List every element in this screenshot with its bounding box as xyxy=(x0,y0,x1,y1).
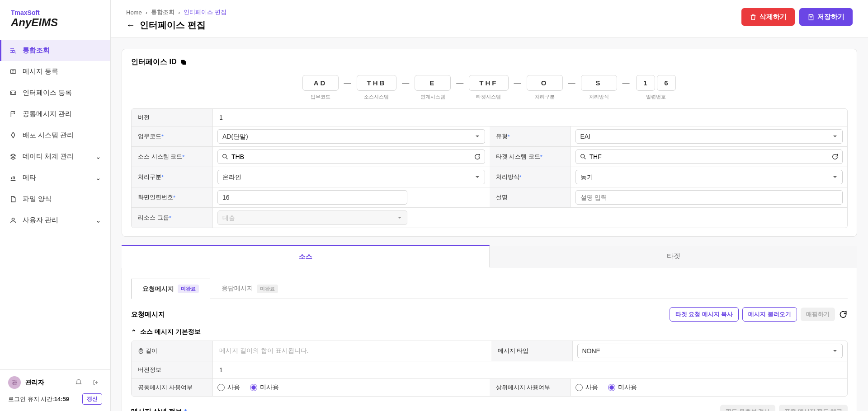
crumb-current: 인터페이스 편집 xyxy=(184,8,226,16)
id-segments: AD업무코드—THB소스시스템—E연계시스템—THF타겟시스템—O처리구분—S처… xyxy=(131,75,848,100)
refresh-icon[interactable] xyxy=(831,153,839,160)
sidebar-item-message[interactable]: 메시지 등록 xyxy=(0,61,110,82)
interface-icon xyxy=(9,89,17,97)
subtabs: 요청메시지 미완료 응답메시지 미완료 xyxy=(131,278,848,299)
flag-icon xyxy=(9,110,17,118)
desc-label: 설명 xyxy=(490,187,571,207)
upper-nouse-radio[interactable]: 미사용 xyxy=(608,383,637,392)
method-select[interactable]: 동기 xyxy=(576,170,843,184)
src-label: 소스 시스템 코드 xyxy=(132,147,213,167)
session-label: 로그인 유지 시간: xyxy=(8,395,54,403)
chevron-down-icon: ⌄ xyxy=(95,216,101,224)
logout-icon[interactable] xyxy=(90,376,102,389)
len-label: 총 길이 xyxy=(132,341,213,361)
sidebar-item-list-search[interactable]: 통합조회 xyxy=(0,40,110,61)
biz-label: 업무코드 xyxy=(132,126,213,146)
crumb-home[interactable]: Home xyxy=(126,9,142,16)
back-icon[interactable]: ← xyxy=(126,20,135,30)
id-card-title: 인터페이스 ID xyxy=(131,57,176,67)
subtab-response[interactable]: 응답메시지 미완료 xyxy=(210,278,289,299)
main: Home › 통합조회 › 인터페이스 편집 ← 인터페이스 편집 삭제하기 xyxy=(111,0,868,411)
stack-icon xyxy=(9,153,17,161)
list-search-icon xyxy=(9,47,17,55)
user-row: 관 관리자 xyxy=(8,376,102,389)
page-title: 인터페이스 편집 xyxy=(140,19,206,31)
copy-target-button[interactable]: 타겟 요청 메시지 복사 xyxy=(670,307,739,322)
req-section-title: 요청메시지 xyxy=(131,310,165,319)
sidebar-nav: 통합조회메시지 등록인터페이스 등록공통메시지 관리배포 시스템 관리데이터 체… xyxy=(0,38,110,369)
title-row: ← 인터페이스 편집 xyxy=(126,19,226,31)
msgtype-select[interactable]: NONE xyxy=(577,344,843,358)
res-label: 리소스 그룹 xyxy=(132,208,213,228)
res-badge: 미완료 xyxy=(257,285,278,293)
tab-source[interactable]: 소스 xyxy=(122,245,490,267)
logo-brand: TmaxSoft xyxy=(11,9,99,16)
proc-select[interactable]: 온라인 xyxy=(217,170,485,184)
refresh-icon[interactable] xyxy=(474,153,481,160)
delete-label: 삭제하기 xyxy=(760,13,787,21)
msgtype-label: 메시지 타입 xyxy=(491,341,573,361)
topbar: Home › 통합조회 › 인터페이스 편집 ← 인터페이스 편집 삭제하기 xyxy=(111,0,868,38)
id-card: 인터페이스 ID AD업무코드—THB소스시스템—E연계시스템—THF타겟시스템… xyxy=(122,49,857,237)
msg-form: 총 길이 메시지 길이의 합이 표시됩니다. 메시지 타입 NONE 버전정보 … xyxy=(131,341,848,397)
chevron-right-icon: › xyxy=(146,9,147,16)
id-segment: E연계시스템 xyxy=(415,75,451,100)
source-section: 요청메시지 미완료 응답메시지 미완료 요청메시지 타겟 요청 메시지 복사 메… xyxy=(122,268,857,411)
sidebar-item-flag[interactable]: 공통메시지 관리 xyxy=(0,103,110,125)
tab-target[interactable]: 타겟 xyxy=(490,246,857,268)
len-value: 메시지 길이의 합이 표시됩니다. xyxy=(213,341,491,361)
user-icon xyxy=(9,216,17,224)
copy-icon[interactable] xyxy=(180,59,187,66)
sidebar: TmaxSoft AnyEIMS 통합조회메시지 등록인터페이스 등록공통메시지… xyxy=(0,0,111,411)
upper-use-radio[interactable]: 사용 xyxy=(576,383,598,392)
msgver-label: 버전정보 xyxy=(132,361,213,378)
tgt-label: 타겟 시스템 코드 xyxy=(490,147,571,167)
svg-point-2 xyxy=(12,218,14,220)
avatar: 관 xyxy=(8,376,21,389)
sidebar-item-interface[interactable]: 인터페이스 등록 xyxy=(0,82,110,103)
svg-rect-4 xyxy=(181,60,185,63)
refresh-icon[interactable] xyxy=(839,310,848,319)
version-label: 버전 xyxy=(132,109,213,126)
session-refresh-button[interactable]: 갱신 xyxy=(82,393,102,405)
detail-title: 메시지 상세 정보 xyxy=(131,407,187,411)
src-input[interactable] xyxy=(217,149,485,164)
common-nouse-radio[interactable]: 미사용 xyxy=(250,383,279,392)
search-icon xyxy=(580,153,587,160)
chevron-down-icon: ⌄ xyxy=(95,174,101,182)
biz-select[interactable]: AD(단말) xyxy=(217,129,485,144)
bell-icon[interactable] xyxy=(72,376,85,389)
session-time: 14:59 xyxy=(54,396,69,402)
tgt-input[interactable] xyxy=(576,149,843,164)
load-message-button[interactable]: 메시지 불러오기 xyxy=(742,307,797,322)
upper-label: 상위메시지 사용여부 xyxy=(490,379,571,396)
seq-input[interactable] xyxy=(217,190,407,205)
type-select[interactable]: EAI xyxy=(576,129,843,144)
svg-rect-0 xyxy=(10,70,16,73)
sidebar-item-file[interactable]: 파일 양식 xyxy=(0,188,110,210)
version-value: 1 xyxy=(213,109,847,126)
id-segment: AD업무코드 xyxy=(302,75,339,100)
chevron-up-icon: ⌃ xyxy=(131,328,137,336)
content: 인터페이스 ID AD업무코드—THB소스시스템—E연계시스템—THF타겟시스템… xyxy=(111,38,868,411)
common-use-radio[interactable]: 사용 xyxy=(217,383,240,392)
sidebar-item-user[interactable]: 사용자 관리⌄ xyxy=(0,210,110,231)
expand-basic-info[interactable]: ⌃ 소스 메시지 기본정보 xyxy=(131,328,848,336)
subtab-request[interactable]: 요청메시지 미완료 xyxy=(131,279,210,299)
save-button[interactable]: 저장하기 xyxy=(799,8,853,26)
sidebar-item-chart[interactable]: 메타⌄ xyxy=(0,167,110,188)
logo: TmaxSoft AnyEIMS xyxy=(0,0,110,38)
svg-point-6 xyxy=(580,154,584,158)
crumb-1[interactable]: 통합조회 xyxy=(151,8,175,16)
mapping-button: 매핑하기 xyxy=(801,308,835,321)
delete-button[interactable]: 삭제하기 xyxy=(741,8,795,26)
session-row: 로그인 유지 시간: 14:59 갱신 xyxy=(8,393,102,405)
logo-product: AnyEIMS xyxy=(11,16,99,29)
chart-icon xyxy=(9,174,17,182)
req-badge: 미완료 xyxy=(178,285,199,293)
desc-input[interactable] xyxy=(576,190,843,205)
sidebar-item-rocket[interactable]: 배포 시스템 관리 xyxy=(0,125,110,146)
sidebar-item-stack[interactable]: 데이터 체계 관리⌄ xyxy=(0,146,110,167)
id-segment: THB소스시스템 xyxy=(357,75,397,100)
method-label: 처리방식 xyxy=(490,167,571,187)
